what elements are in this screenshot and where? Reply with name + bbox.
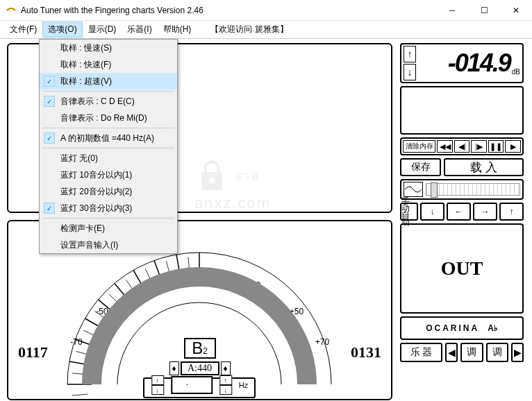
right-arrow-button[interactable]: → xyxy=(473,203,497,221)
sine-icon[interactable] xyxy=(404,182,423,197)
tick-p70: +70 xyxy=(315,337,330,347)
menubar: 文件(F) 选项(O) 显示(D) 乐器(I) 帮助(H) 【欢迎访问 篪雅集】 xyxy=(0,21,532,39)
down-arrow-button[interactable]: ↓ xyxy=(420,203,444,221)
auto-manual-row: 手 动自 动 ↓ ← → ↑ xyxy=(400,203,524,221)
out-display: OUT xyxy=(400,223,524,314)
hz-label: Hz xyxy=(239,381,248,389)
tune1-button[interactable]: 调 xyxy=(460,343,483,362)
a440-down-button[interactable]: ♦ xyxy=(169,361,179,375)
db-value: -014.9 xyxy=(416,49,510,78)
window-title: Auto Tuner with the Fingering charts Ver… xyxy=(21,6,436,15)
db-unit: dB xyxy=(512,68,520,76)
window-controls: ─ ☐ ✕ xyxy=(436,0,532,21)
tick-m70: -70 xyxy=(70,337,83,347)
menu-options[interactable]: 选项(O) xyxy=(42,22,82,37)
hz-up-button[interactable]: ↑ xyxy=(219,375,232,385)
hz-down-button[interactable]: ↓ xyxy=(219,385,232,395)
tune2-button[interactable]: 调 xyxy=(486,343,509,362)
dd-blue-10[interactable]: 蓝灯 10音分以内(1) xyxy=(40,167,177,183)
dd-separator xyxy=(42,128,174,128)
dd-notation-cde[interactable]: ✓音律表示 : C D E(C) xyxy=(40,93,177,110)
check-icon: ✓ xyxy=(44,76,55,87)
dd-blue-none[interactable]: 蓝灯 无(0) xyxy=(40,150,177,167)
menu-file[interactable]: 文件(F) xyxy=(4,22,42,37)
options-dropdown: 取样 : 慢速(S) 取样 : 快速(F) ✓取样 : 超速(V) ✓音律表示 … xyxy=(39,39,178,254)
dd-sample-ultra[interactable]: ✓取样 : 超速(V) xyxy=(40,73,177,89)
svg-line-17 xyxy=(72,394,88,395)
dd-separator xyxy=(42,218,174,219)
dd-a-init[interactable]: ✓A 的初期数值 =440 Hz(A) xyxy=(40,130,177,146)
menu-welcome-link[interactable]: 【欢迎访问 篪雅集】 xyxy=(210,24,288,35)
freq-box-left: . xyxy=(171,376,213,394)
prev-button[interactable]: ◀| xyxy=(454,140,470,153)
dd-detect-card[interactable]: 检测声卡(E) xyxy=(40,220,177,237)
instrument-button[interactable]: 乐 器 xyxy=(400,343,442,362)
titlebar: Auto Tuner with the Fingering charts Ver… xyxy=(0,0,532,21)
a440-value: A:440 xyxy=(181,361,219,375)
bottom-buttons: 乐 器 ◀ 调 调 ▶ xyxy=(400,343,524,362)
minimize-button[interactable]: ─ xyxy=(436,0,468,21)
a440-up-button[interactable]: ♦ xyxy=(221,361,231,375)
load-button[interactable]: 载 入 xyxy=(444,158,524,176)
tone-row xyxy=(400,179,524,200)
right-panel: ↑ ↓ -014.9 dB 清除内存 ◀◀ ◀| |▶ ❚❚ ▶ 保存 载 入 … xyxy=(400,43,524,397)
save-button[interactable]: 保存 xyxy=(400,158,441,176)
rewind-button[interactable]: ◀◀ xyxy=(437,140,453,153)
note-display: B2 xyxy=(184,338,216,359)
bottom-controls: ↑ ↓ . ↑ ↓ Hz xyxy=(151,375,248,395)
check-icon: ✓ xyxy=(44,133,55,144)
db-up-button[interactable]: ↑ xyxy=(404,46,416,62)
instrument-display: OCARINAA♭ xyxy=(400,316,524,340)
oct-down-button[interactable]: ↓ xyxy=(151,385,164,395)
oct-up-button[interactable]: ↑ xyxy=(151,375,164,385)
db-display: ↑ ↓ -014.9 dB xyxy=(400,43,524,83)
dd-sample-slow[interactable]: 取样 : 慢速(S) xyxy=(40,40,177,56)
pause-button[interactable]: ❚❚ xyxy=(488,140,504,153)
dd-blue-20[interactable]: 蓝灯 20音分以内(2) xyxy=(40,183,177,200)
save-load-row: 保存 载 入 xyxy=(400,158,524,176)
dd-separator xyxy=(42,148,174,148)
left-arrow-button[interactable]: ← xyxy=(447,203,471,221)
freq-right: 0131 xyxy=(351,343,381,361)
db-down-button[interactable]: ↓ xyxy=(404,64,416,80)
menu-help[interactable]: 帮助(H) xyxy=(158,22,197,37)
menu-instrument[interactable]: 乐器(I) xyxy=(122,22,157,37)
app-icon xyxy=(6,5,17,16)
fwd-button[interactable]: ▶ xyxy=(505,140,521,153)
slider-thumb[interactable] xyxy=(431,182,438,198)
a440-row: ♦ A:440 ♦ xyxy=(169,361,231,375)
menu-display[interactable]: 显示(D) xyxy=(83,22,122,37)
dd-notation-doremi[interactable]: 音律表示 : Do Re Mi(D) xyxy=(40,110,177,126)
check-icon: ✓ xyxy=(44,203,55,214)
dd-blue-30[interactable]: ✓蓝灯 30音分以内(3) xyxy=(40,200,177,216)
clear-button[interactable]: 清除内存 xyxy=(403,140,435,153)
check-icon: ✓ xyxy=(44,96,55,107)
prev-instr-button[interactable]: ◀ xyxy=(445,343,458,362)
close-button[interactable]: ✕ xyxy=(500,0,532,21)
dd-set-input[interactable]: 设置声音输入(I) xyxy=(40,237,177,253)
next-instr-button[interactable]: ▶ xyxy=(511,343,524,362)
volume-slider[interactable] xyxy=(426,183,520,196)
dd-separator xyxy=(42,91,174,92)
next-button[interactable]: |▶ xyxy=(471,140,487,153)
freq-left: 0117 xyxy=(18,343,48,361)
maximize-button[interactable]: ☐ xyxy=(468,0,500,21)
up-arrow-button[interactable]: ↑ xyxy=(499,203,524,221)
dd-sample-fast[interactable]: 取样 : 快速(F) xyxy=(40,56,177,73)
small-scope xyxy=(400,86,524,135)
auto-manual-label: 手 动自 动 xyxy=(400,203,418,221)
transport-bar: 清除内存 ◀◀ ◀| |▶ ❚❚ ▶ xyxy=(400,137,524,155)
